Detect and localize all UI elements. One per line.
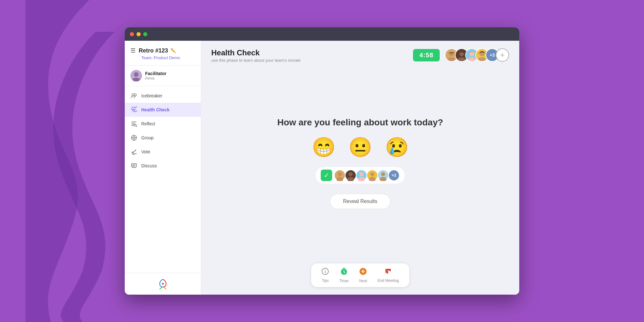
votes-row: ✓ [316, 167, 405, 184]
voter-avatar-5 [377, 170, 389, 181]
svg-point-29 [360, 172, 363, 176]
svg-point-38 [325, 270, 326, 271]
participant-avatars: +3 + [445, 48, 509, 62]
sidebar-header: ☰ Retro #123 ✏️ Team: Product Demo [125, 41, 201, 66]
svg-point-23 [338, 172, 342, 176]
sidebar-item-label-vote: Vote [141, 149, 150, 154]
vote-count-text: +2 [392, 173, 396, 178]
content-header: Health Check use this phase to learn abo… [201, 41, 519, 68]
close-button[interactable] [130, 32, 134, 36]
retro-title: Retro #123 ✏️ [139, 47, 176, 54]
reflect-icon [130, 120, 137, 127]
content-title-section: Health Check use this phase to learn abo… [211, 48, 301, 63]
vote-extra-count: +2 [388, 170, 400, 181]
end-meeting-label: End Meeting [377, 278, 399, 283]
traffic-lights [130, 32, 147, 36]
end-meeting-icon [384, 268, 392, 277]
timer-icon [340, 267, 348, 277]
edit-icon[interactable]: ✏️ [171, 48, 176, 53]
sidebar-item-icebreaker[interactable]: Icebreaker [125, 89, 201, 103]
bottom-toolbar: Tips Timer [201, 258, 519, 295]
svg-point-3 [132, 94, 134, 96]
main-area: ☰ Retro #123 ✏️ Team: Product Demo [125, 41, 519, 295]
emoji-neutral[interactable]: 😐 [348, 138, 372, 157]
svg-point-7 [133, 137, 135, 139]
sidebar-item-group[interactable]: Group [125, 131, 201, 145]
toolbar-item-end-meeting[interactable]: End Meeting [377, 268, 399, 283]
discuss-icon [130, 162, 137, 169]
content-subtitle: use this phase to learn about your team'… [211, 58, 301, 63]
svg-rect-8 [131, 164, 136, 167]
menu-icon[interactable]: ☰ [130, 47, 136, 54]
sidebar-item-label-discuss: Discuss [141, 163, 157, 168]
svg-point-35 [381, 172, 385, 176]
next-label: Next [359, 279, 367, 283]
app-logo [157, 278, 169, 290]
tips-icon [321, 268, 329, 277]
tips-label: Tips [322, 278, 329, 283]
facilitator-section: Facilitator Aviva [125, 66, 201, 86]
svg-point-4 [134, 94, 136, 96]
vote-icon [130, 148, 137, 155]
add-participant-button[interactable]: + [496, 48, 509, 62]
group-icon [130, 134, 137, 141]
emoji-sad[interactable]: 😢 [385, 138, 409, 157]
header-right: 4:58 [413, 48, 509, 62]
sidebar-item-discuss[interactable]: Discuss [125, 159, 201, 173]
toolbar-item-tips[interactable]: Tips [321, 268, 329, 283]
voter-avatar-3 [356, 170, 367, 181]
retro-title-text: Retro #123 [139, 47, 168, 54]
svg-point-26 [349, 172, 353, 176]
health-icon [130, 106, 137, 113]
sidebar-item-label-health-check: Health Check [141, 107, 170, 112]
emoji-options: 😁 😐 😢 [312, 138, 409, 157]
facilitator-name: Facilitator [145, 71, 166, 76]
avatar-extra-count: +3 [490, 52, 495, 58]
sidebar-item-label-reflect: Reflect [141, 121, 155, 126]
svg-point-9 [162, 283, 164, 285]
content-title: Health Check [211, 48, 301, 57]
svg-point-32 [370, 172, 374, 176]
sidebar-footer [125, 273, 201, 295]
toolbar-item-next[interactable]: Next [359, 267, 367, 283]
sidebar-item-reflect[interactable]: Reflect [125, 117, 201, 131]
content-body: How are you feeling about work today? 😁 … [201, 68, 519, 258]
bg-leaf-left [25, 0, 121, 322]
voter-avatar-4 [367, 170, 378, 181]
facilitator-info: Facilitator Aviva [145, 71, 166, 80]
avatar [130, 70, 142, 81]
title-bar [125, 27, 519, 41]
app-window: ☰ Retro #123 ✏️ Team: Product Demo [125, 27, 519, 295]
maximize-button[interactable] [143, 32, 147, 36]
toolbar-item-timer[interactable]: Timer [339, 267, 349, 283]
sidebar-item-label-icebreaker: Icebreaker [141, 93, 162, 98]
facilitator-role: Aviva [145, 76, 166, 80]
team-label: Team: Product Demo [141, 55, 195, 60]
minimize-button[interactable] [136, 32, 141, 36]
timer-badge: 4:58 [413, 49, 440, 61]
emoji-happy[interactable]: 😁 [312, 138, 336, 157]
sidebar-item-health-check[interactable]: Health Check [125, 103, 201, 117]
sidebar-item-vote[interactable]: Vote [125, 145, 201, 159]
reveal-results-button[interactable]: Reveal Results [330, 194, 390, 209]
content-area: Health Check use this phase to learn abo… [201, 41, 519, 295]
voter-avatar-1 [334, 170, 346, 181]
question-text: How are you feeling about work today? [277, 117, 443, 128]
sidebar-item-label-group: Group [141, 135, 154, 140]
next-icon [359, 267, 367, 277]
vote-check-icon: ✓ [321, 170, 332, 181]
people-icon [130, 92, 137, 99]
sidebar: ☰ Retro #123 ✏️ Team: Product Demo [125, 41, 201, 295]
voter-avatar-2 [345, 170, 356, 181]
toolbar-inner: Tips Timer [311, 263, 409, 287]
reveal-button-label: Reveal Results [343, 199, 377, 204]
nav-items: Icebreaker Health Check [125, 86, 201, 273]
timer-label: Timer [339, 279, 349, 283]
svg-point-1 [134, 72, 138, 77]
